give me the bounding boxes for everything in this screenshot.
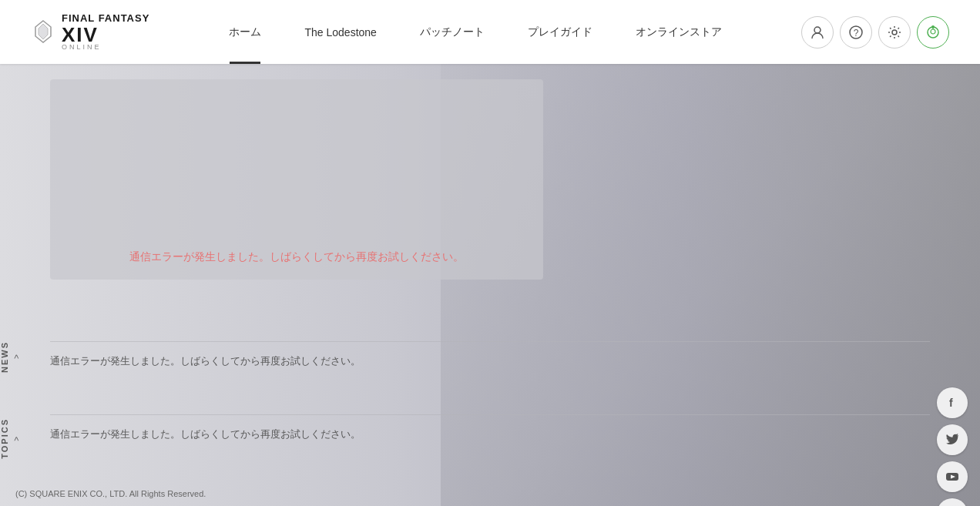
main-nav: ホーム The Lodestone パッチノート プレイガイド オンラインストア [149, 0, 801, 64]
header: FINAL FANTASY XIV ONLINE ホーム The Lodesto… [0, 0, 980, 64]
twitter-button[interactable] [937, 424, 968, 455]
svg-point-7 [931, 29, 935, 34]
mog-icon [925, 24, 941, 41]
ff-logo-text: FINAL FANTASY XIV ONLINE [62, 13, 149, 50]
svg-marker-1 [39, 24, 48, 39]
svg-point-5 [892, 30, 897, 35]
footer: (C) SQUARE ENIX CO., LTD. All Rights Res… [0, 486, 980, 500]
sidebar-topics-label: TOPICS [0, 418, 9, 459]
copyright-text: (C) SQUARE ENIX CO., LTD. All Rights Res… [15, 489, 206, 498]
ff-crystal-icon [31, 19, 55, 44]
header-icons: ? [801, 16, 949, 49]
svg-point-8 [931, 25, 935, 28]
nav-guide[interactable]: プレイガイド [506, 0, 614, 64]
topics-section: 通信エラーが発生しました。しばらくしてから再度お試しください。 [50, 414, 930, 441]
nav-lodestone[interactable]: The Lodestone [283, 0, 398, 64]
sidebar-topics[interactable]: TOPICS > [0, 418, 21, 459]
sidebar-topics-arrow: > [12, 436, 21, 441]
sidebar-news[interactable]: NEWS > [0, 341, 21, 373]
news-divider [50, 341, 930, 342]
facebook-icon: f [945, 396, 959, 410]
banner-error-text: 通信エラーが発生しました。しばらくしてから再度お試しください。 [50, 250, 543, 264]
help-icon: ? [848, 25, 864, 40]
help-button[interactable]: ? [840, 16, 872, 49]
sidebar-news-label: NEWS [0, 341, 9, 373]
nav-patch[interactable]: パッチノート [398, 0, 506, 64]
main-content: NEWS > TOPICS > 通信エラーが発生しました。しばらくしてから再度お… [0, 64, 980, 506]
ff-online: ONLINE [62, 43, 102, 51]
nav-store[interactable]: オンラインストア [614, 0, 743, 64]
logo[interactable]: FINAL FANTASY XIV ONLINE [31, 13, 149, 50]
news-section: 通信エラーが発生しました。しばらくしてから再度お試しください。 [50, 341, 930, 368]
news-error-text: 通信エラーが発生しました。しばらくしてから再度お試しください。 [50, 355, 361, 367]
gear-icon [887, 25, 902, 40]
settings-button[interactable] [878, 16, 911, 49]
svg-point-2 [814, 27, 821, 33]
banner-section: 通信エラーが発生しました。しばらくしてから再度お試しください。 [50, 79, 543, 280]
account-icon [810, 25, 825, 40]
twitter-icon [945, 433, 959, 447]
topics-error-text: 通信エラーが発生しました。しばらくしてから再度お試しください。 [50, 428, 361, 440]
ff-roman: XIV [62, 25, 99, 45]
topics-divider [50, 414, 930, 415]
svg-text:f: f [949, 397, 953, 409]
youtube-icon [945, 470, 959, 484]
nav-home[interactable]: ホーム [207, 0, 283, 64]
svg-text:?: ? [854, 28, 859, 39]
facebook-button[interactable]: f [937, 387, 968, 418]
sidebar-news-arrow: > [12, 355, 21, 360]
account-button[interactable] [801, 16, 834, 49]
mog-button[interactable] [917, 16, 949, 49]
